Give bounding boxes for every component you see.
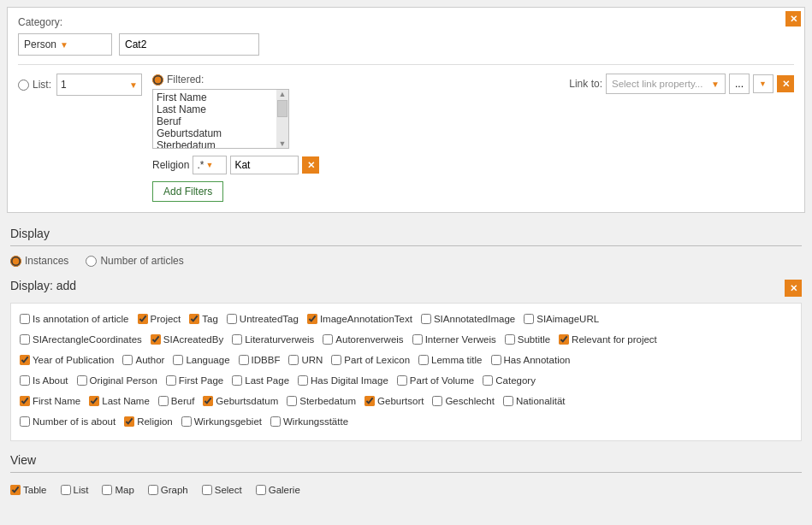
scroll-up-arrow[interactable]: ▲ [279,90,287,98]
cb-interner-verweis[interactable]: Interner Verweis [412,331,496,348]
cb-number-of-is-about-input[interactable] [20,416,30,427]
instances-radio-label[interactable]: Instances [10,255,68,267]
cb-religion[interactable]: Religion [124,413,173,430]
cb-relevant-for-project-input[interactable] [559,334,569,345]
cb-idbbf-input[interactable] [239,355,249,365]
link-property-select[interactable]: Select link property... ▼ [606,74,726,94]
cb-tag[interactable]: Tag [189,310,218,327]
view-cb3-input[interactable] [102,485,112,495]
filtered-radio-label[interactable]: Filtered: [152,74,204,86]
top-panel-close-button[interactable]: ✕ [785,11,801,27]
cb-sia-rect-input[interactable] [20,334,30,345]
view-cb1-input[interactable] [10,485,21,495]
cb-relevant-for-project[interactable]: Relevant for project [559,331,657,348]
cb-geschlecht[interactable]: Geschlecht [432,392,495,410]
cb-nationalitat-input[interactable] [503,396,513,406]
filtered-list-scrollbar[interactable]: ▲ ▼ [276,90,288,148]
cb-nationalitat[interactable]: Nationalität [503,392,566,410]
scroll-down-arrow[interactable]: ▼ [279,139,287,148]
cb-first-page-input[interactable] [166,375,176,386]
cb-sia-image-url[interactable]: SIAimageURL [524,310,599,327]
cb-part-of-lexicon[interactable]: Part of Lexicon [331,351,410,369]
cb-subtitle-input[interactable] [505,334,515,345]
list-select-box[interactable]: 1 ▼ [56,74,142,96]
cb-first-page[interactable]: First Page [166,372,223,389]
cb-sia-created-by-input[interactable] [151,334,161,345]
cb-autorenverweis[interactable]: Autorenverweis [323,331,403,348]
filter-op-dropdown[interactable]: .* ▼ [193,156,227,174]
link-extra-dropdown[interactable]: ▼ [753,74,773,93]
cb-has-annotation-input[interactable] [491,355,501,365]
cb-wirkungsstatte-input[interactable] [270,416,281,427]
view-cb6-input[interactable] [256,485,266,495]
view-cb2-input[interactable] [61,485,71,495]
cb-last-name-input[interactable] [89,396,99,406]
cb-project-input[interactable] [138,314,148,324]
cb-last-name[interactable]: Last Name [89,392,150,410]
cb-interner-verweis-input[interactable] [412,334,423,345]
cb-language[interactable]: Language [173,351,229,369]
view-cb5-input[interactable] [202,485,212,495]
view-cb5[interactable]: Select [202,481,242,498]
category-select-box[interactable]: Person ▼ [18,33,112,56]
cb-tag-input[interactable] [189,314,199,324]
cb-category-input[interactable] [483,375,493,386]
cb-idbbf[interactable]: IDBBF [239,351,281,369]
filter-text-input[interactable] [230,156,299,174]
cb-first-name-input[interactable] [20,396,30,406]
cb-geburtsdatum[interactable]: Geburtsdatum [203,392,278,410]
cb-year-of-pub[interactable]: Year of Publication [20,351,114,369]
view-cb4[interactable]: Graph [148,481,188,498]
cb-image-annotation-text-input[interactable] [307,314,317,324]
cb-untreated-tag-input[interactable] [227,314,237,324]
cb-lemma-title-input[interactable] [418,355,429,365]
cb-sia-annotated-image[interactable]: SIAnnotatedImage [421,310,515,327]
cb-sia-image-url-input[interactable] [524,314,534,324]
cb-is-about-input[interactable] [20,375,30,386]
number-of-articles-radio-label[interactable]: Number of articles [86,255,183,267]
list-radio-label[interactable]: List: [18,79,51,91]
cb-sterbedatum-input[interactable] [287,396,297,406]
add-filters-button[interactable]: Add Filters [152,181,223,202]
cb-wirkungsgebiet-input[interactable] [181,416,192,427]
cb-subtitle[interactable]: Subtitle [505,331,550,348]
cb-literaturverweis-input[interactable] [232,334,242,345]
number-of-articles-radio[interactable] [86,256,97,267]
cb-geburtsdatum-input[interactable] [203,396,213,406]
cb-image-annotation-text[interactable]: ImageAnnotationText [307,310,412,327]
cb-last-page[interactable]: Last Page [232,372,289,389]
cb-language-input[interactable] [173,355,183,365]
cb-sterbedatum[interactable]: Sterbedatum [287,392,356,410]
cb-is-annotation-of-article-input[interactable] [20,314,30,324]
view-cb1[interactable]: Table [10,481,47,498]
cb-part-of-volume[interactable]: Part of Volume [397,372,474,389]
list-radio[interactable] [18,80,29,91]
cb-author[interactable]: Author [122,351,164,369]
view-cb4-input[interactable] [148,485,158,495]
cb-geburtsort-input[interactable] [365,396,375,406]
cb-untreated-tag[interactable]: UntreatedTag [227,310,299,327]
cb-literaturverweis[interactable]: Literaturverweis [232,331,314,348]
cb-geschlecht-input[interactable] [432,396,442,406]
cb-religion-input[interactable] [124,416,134,427]
link-dots-button[interactable]: ... [729,74,750,94]
cb-part-of-volume-input[interactable] [397,375,407,386]
cb-has-digital-image[interactable]: Has Digital Image [298,372,388,389]
cb-last-page-input[interactable] [232,375,242,386]
cb-first-name[interactable]: First Name [20,392,80,410]
cb-wirkungsgebiet[interactable]: Wirkungsgebiet [181,413,262,430]
cb-original-person-input[interactable] [77,375,87,386]
cb-lemma-title[interactable]: Lemma title [418,351,482,369]
view-cb2[interactable]: List [61,481,89,498]
cb-sia-rect[interactable]: SIArectangleCoordinates [20,331,142,348]
cb-is-annotation-of-article[interactable]: Is annotation of article [20,310,129,327]
cb-has-annotation[interactable]: Has Annotation [491,351,571,369]
cb-sia-annotated-image-input[interactable] [421,314,431,324]
display-add-close-button[interactable]: ✕ [785,280,802,297]
cb-beruf[interactable]: Beruf [158,392,195,410]
cb-beruf-input[interactable] [158,396,169,406]
cb-has-digital-image-input[interactable] [298,375,308,386]
cb-wirkungsstatte[interactable]: Wirkungsstätte [270,413,348,430]
cb-is-about[interactable]: Is About [20,372,68,389]
view-cb6[interactable]: Galerie [256,481,300,498]
